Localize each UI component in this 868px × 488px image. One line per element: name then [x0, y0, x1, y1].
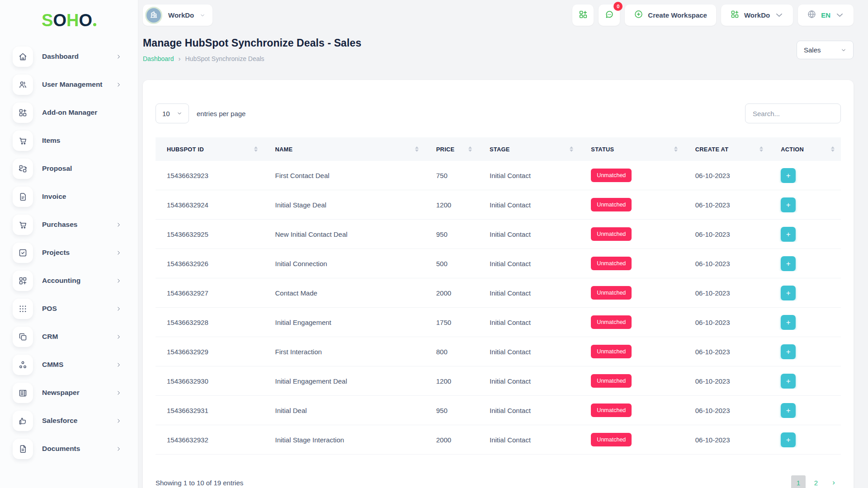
add-deal-button[interactable]: + [781, 403, 796, 418]
newspaper-icon [13, 383, 33, 403]
module-select[interactable]: Sales [797, 41, 854, 59]
breadcrumb-current: HubSpot Synchronize Deals [185, 55, 264, 62]
cell-price: 1750 [425, 319, 478, 326]
sidebar-item[interactable]: Items [0, 127, 138, 155]
add-deal-button[interactable]: + [781, 256, 796, 271]
sidebar-item-label: Documents [42, 445, 116, 453]
column-header-name[interactable]: NAME [264, 146, 425, 153]
cell-price: 500 [425, 260, 478, 267]
column-header-status[interactable]: STATUS [580, 146, 684, 153]
column-header-create-at[interactable]: CREATE AT [684, 146, 770, 153]
cell-name: First Interaction [264, 348, 425, 356]
deals-card: 10 entries per page HUBSPOT ID NAME PRIC… [143, 80, 854, 488]
sidebar-item[interactable]: Projects [0, 239, 138, 267]
main-area: WorkDo 0 Create Workspace WorkDo E [138, 0, 868, 488]
table-row: 15436632932 Initial Stage Interaction 20… [156, 425, 841, 455]
sidebar-item-label: Accounting [42, 277, 116, 285]
chevron-right-icon [116, 390, 122, 396]
cell-stage: Initial Contact [478, 377, 580, 385]
chevron-down-icon [177, 111, 182, 116]
cell-status: Unmatched [580, 315, 684, 329]
column-header-hubspot-id[interactable]: HUBSPOT ID [156, 146, 264, 153]
status-badge: Unmatched [591, 198, 632, 211]
cell-hubspot-id: 15436632929 [156, 348, 264, 356]
nodes-icon [13, 355, 33, 375]
add-deal-button[interactable]: + [781, 227, 796, 242]
cell-status: Unmatched [580, 404, 684, 417]
table-row: 15436632929 First Interaction 800 Initia… [156, 337, 841, 366]
add-deal-button[interactable]: + [781, 197, 796, 212]
add-deal-button[interactable]: + [781, 315, 796, 330]
cell-price: 750 [425, 172, 478, 179]
cell-action: + [769, 286, 841, 300]
add-deal-button[interactable]: + [781, 344, 796, 359]
cell-status: Unmatched [580, 198, 684, 211]
sidebar-item[interactable]: Purchases [0, 211, 138, 239]
add-deal-button[interactable]: + [781, 286, 796, 300]
cell-stage: Initial Contact [478, 407, 580, 414]
sidebar-item[interactable]: Dashboard [0, 42, 138, 70]
apps-button[interactable] [572, 5, 594, 26]
table-row: 15436632924 Initial Stage Deal 1200 Init… [156, 190, 841, 220]
sidebar-item[interactable]: CRM [0, 323, 138, 351]
workdo-apps-dropdown[interactable]: WorkDo [721, 5, 793, 26]
sidebar-item[interactable]: Documents [0, 435, 138, 463]
invoice-file-icon [13, 187, 33, 207]
page-button-1[interactable]: 1 [791, 475, 806, 488]
chevron-down-icon [841, 47, 846, 53]
messages-button[interactable]: 0 [599, 5, 620, 26]
topbar-actions: 0 Create Workspace WorkDo EN [572, 5, 854, 26]
sidebar-item[interactable]: Invoice [0, 183, 138, 211]
cell-action: + [769, 197, 841, 212]
chevron-down-icon [774, 10, 784, 20]
add-deal-button[interactable]: + [781, 432, 796, 447]
logo-letters: SOHO [42, 12, 92, 29]
workspace-switcher[interactable]: WorkDo [143, 5, 212, 26]
thumbs-up-icon [13, 411, 33, 431]
cell-stage: Initial Contact [478, 172, 580, 179]
sidebar-item-label: Salesforce [42, 417, 116, 425]
sidebar-item[interactable]: User Management [0, 70, 138, 99]
table-row: 15436632928 Initial Engagement 1750 Init… [156, 308, 841, 337]
cell-hubspot-id: 15436632925 [156, 230, 264, 238]
column-header-price[interactable]: PRICE [425, 146, 478, 153]
breadcrumb-dashboard-link[interactable]: Dashboard [143, 55, 174, 62]
search-input[interactable] [745, 103, 841, 123]
message-count-badge: 0 [613, 2, 623, 11]
chevron-right-icon [116, 250, 122, 256]
sort-icon [415, 146, 419, 152]
sidebar-item-label: Projects [42, 249, 116, 257]
cell-name: Initial Engagement Deal [264, 377, 425, 385]
cart-icon [13, 215, 33, 235]
sidebar-item[interactable]: CMMS [0, 351, 138, 379]
cell-status: Unmatched [580, 227, 684, 241]
sidebar-item[interactable]: Salesforce [0, 407, 138, 435]
cell-stage: Initial Contact [478, 260, 580, 267]
next-page-button[interactable]: › [826, 475, 841, 488]
cell-status: Unmatched [580, 286, 684, 300]
sidebar-item[interactable]: Accounting [0, 267, 138, 295]
language-dropdown[interactable]: EN [798, 5, 854, 26]
sidebar-item-label: CRM [42, 333, 116, 341]
sort-icon [254, 146, 258, 152]
page-button-2[interactable]: 2 [809, 475, 823, 488]
sidebar-item[interactable]: Add-on Manager [0, 99, 138, 127]
sidebar-item[interactable]: POS [0, 295, 138, 323]
column-header-action[interactable]: ACTION [769, 146, 841, 153]
logo-letter: O [53, 12, 66, 29]
sidebar-item[interactable]: Proposal [0, 155, 138, 183]
entries-per-page-select[interactable]: 10 [156, 103, 189, 123]
building-icon [149, 9, 159, 21]
chevron-right-icon [116, 306, 122, 312]
add-deal-button[interactable]: + [781, 374, 796, 389]
column-header-stage[interactable]: STAGE [478, 146, 580, 153]
entries-summary: Showing 1 to 10 of 19 entries [156, 479, 243, 487]
cell-status: Unmatched [580, 345, 684, 358]
users-icon [13, 75, 33, 95]
chevron-right-icon [116, 82, 122, 88]
cart-icon [13, 131, 33, 151]
create-workspace-button[interactable]: Create Workspace [625, 5, 716, 26]
add-deal-button[interactable]: + [781, 168, 796, 183]
apps-grid-icon [578, 9, 588, 21]
sidebar-item[interactable]: Newspaper [0, 379, 138, 407]
